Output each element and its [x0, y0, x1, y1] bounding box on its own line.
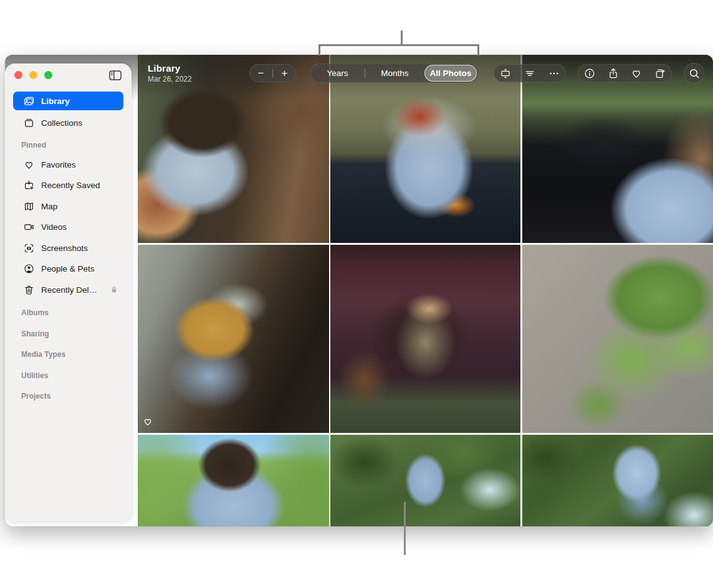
- collections-icon: [22, 117, 36, 129]
- page-title: Library: [148, 63, 192, 74]
- sidebar: Library Collections Pinned Favorites: [5, 64, 132, 521]
- video-camera-icon: [22, 221, 36, 233]
- sidebar-item-label: Library: [41, 97, 70, 106]
- search-icon: [688, 67, 701, 80]
- callout-top-bracket-left-end: [318, 44, 320, 55]
- thumbnail-zoom-control: − +: [249, 64, 296, 82]
- callout-top-bracket-right-end: [477, 44, 479, 55]
- sidebar-item-people-pets[interactable]: People & Pets: [13, 259, 123, 278]
- sidebar-item-collections[interactable]: Collections: [13, 113, 123, 132]
- photos-app-window: Library Mar 26, 2022 − + Years Months Al…: [5, 55, 713, 526]
- filter-lines-icon: [524, 67, 536, 80]
- map-icon: [22, 201, 36, 212]
- more-ellipsis-icon: [548, 67, 560, 80]
- section-header-pinned: Pinned: [21, 141, 46, 152]
- sidebar-toggle-button[interactable]: [107, 68, 124, 83]
- section-header-albums[interactable]: Albums: [21, 308, 49, 320]
- tab-label: All Photos: [430, 69, 472, 78]
- rotate-button[interactable]: [650, 64, 670, 82]
- photo-thumbnail[interactable]: [138, 435, 329, 526]
- search-button[interactable]: [684, 63, 704, 83]
- aspect-ratio-icon: [499, 67, 512, 80]
- zoom-out-button[interactable]: −: [249, 64, 272, 82]
- tab-years[interactable]: Years: [310, 64, 365, 83]
- tab-label: Months: [381, 69, 408, 78]
- photo-thumbnail[interactable]: [330, 245, 520, 433]
- share-icon: [607, 67, 620, 80]
- share-button[interactable]: [603, 64, 623, 82]
- photo-actions-group: [578, 64, 672, 82]
- favorite-button[interactable]: [626, 64, 646, 82]
- heart-icon: [630, 67, 643, 80]
- tab-all-photos[interactable]: All Photos: [424, 65, 477, 82]
- section-header-projects[interactable]: Projects: [21, 392, 50, 403]
- sidebar-item-screenshots[interactable]: Screenshots: [13, 239, 123, 257]
- window-controls: [14, 71, 52, 79]
- callout-bottom-line: [404, 502, 406, 555]
- plus-icon: +: [282, 67, 288, 80]
- sidebar-item-label: Map: [41, 202, 57, 211]
- filter-button[interactable]: [520, 64, 540, 82]
- favorite-badge-icon: [142, 416, 153, 427]
- zoom-window-button[interactable]: [44, 71, 52, 79]
- photo-thumbnail[interactable]: [330, 435, 520, 526]
- sidebar-item-label: People & Pets: [41, 264, 95, 273]
- callout-top-stem: [401, 31, 403, 45]
- sidebar-item-favorites[interactable]: Favorites: [13, 155, 123, 174]
- recently-saved-icon: [22, 179, 36, 191]
- section-header-media-types[interactable]: Media Types: [21, 350, 65, 361]
- close-window-button[interactable]: [14, 71, 22, 79]
- lock-icon: [110, 285, 118, 296]
- sidebar-item-label: Recently Saved: [41, 181, 100, 190]
- trash-icon: [22, 284, 36, 296]
- photo-thumbnail[interactable]: [138, 245, 329, 433]
- sidebar-item-library[interactable]: Library: [13, 92, 123, 110]
- more-button[interactable]: [544, 64, 564, 82]
- sidebar-item-videos[interactable]: Videos: [13, 217, 123, 236]
- photo-thumbnail[interactable]: [330, 55, 520, 243]
- photos-library-icon: [22, 95, 36, 107]
- photo-thumbnail[interactable]: [522, 435, 713, 526]
- minimize-window-button[interactable]: [29, 71, 37, 79]
- date-label: Mar 26, 2022: [148, 75, 192, 83]
- aspect-ratio-button[interactable]: [495, 64, 515, 82]
- photo-thumbnail[interactable]: [522, 55, 713, 243]
- info-icon: [583, 67, 596, 80]
- section-header-utilities[interactable]: Utilities: [21, 371, 48, 382]
- sidebar-item-label: Videos: [41, 222, 67, 232]
- screenshot-viewfinder-icon: [22, 242, 36, 254]
- callout-top-bracket: [318, 44, 479, 46]
- header-title-block: Library Mar 26, 2022: [148, 63, 192, 83]
- sidebar-item-recently-deleted[interactable]: Recently Del…: [13, 280, 123, 299]
- view-options-group: [494, 64, 566, 82]
- photo-thumbnail[interactable]: [522, 245, 713, 433]
- tab-months[interactable]: Months: [365, 64, 424, 83]
- sidebar-item-recently-saved[interactable]: Recently Saved: [13, 176, 123, 194]
- view-switcher: Years Months All Photos: [310, 64, 478, 83]
- info-button[interactable]: [580, 64, 600, 82]
- sidebar-toggle-icon: [108, 68, 123, 83]
- tab-label: Years: [327, 69, 348, 78]
- heart-icon: [22, 159, 36, 171]
- sidebar-item-map[interactable]: Map: [13, 197, 123, 216]
- sidebar-item-label: Screenshots: [41, 244, 88, 253]
- rotate-icon: [654, 67, 666, 80]
- person-circle-icon: [22, 263, 36, 275]
- minus-icon: −: [258, 67, 264, 80]
- section-header-sharing[interactable]: Sharing: [21, 330, 49, 341]
- sidebar-item-label: Recently Del…: [41, 285, 97, 295]
- sidebar-item-label: Favorites: [41, 160, 76, 169]
- zoom-in-button[interactable]: +: [273, 64, 296, 82]
- sidebar-item-label: Collections: [41, 118, 82, 128]
